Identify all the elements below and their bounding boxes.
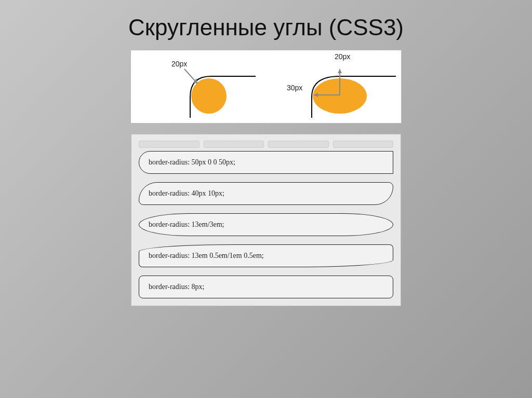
- radius-circle-left: [191, 78, 227, 114]
- page-title: Скругленные углы (CSS3): [128, 15, 404, 40]
- diagram-label-left-20px: 20px: [171, 60, 187, 68]
- tab-placeholder: [333, 141, 394, 148]
- example-box-8px: border-radius: 8px;: [139, 276, 393, 298]
- tab-placeholder: [204, 141, 264, 148]
- tab-placeholder: [268, 141, 329, 148]
- tab-placeholder: [139, 141, 200, 148]
- vline-arrow-up: [338, 69, 342, 73]
- example-box-13em-3em: border-radius: 13em/3em;: [139, 213, 393, 236]
- examples-panel: border-radius: 50px 0 0 50px; border-rad…: [131, 134, 401, 306]
- example-box-13em-05em-1em-05em: border-radius: 13em 0.5em/1em 0.5em;: [139, 244, 393, 267]
- diagram-label-right-20px: 20px: [335, 52, 350, 61]
- example-box-40-10: border-radius: 40px 10px;: [139, 182, 393, 205]
- border-radius-diagram: 20px 20px 30px: [130, 50, 402, 123]
- example-box-50-0-0-50: border-radius: 50px 0 0 50px;: [139, 151, 393, 174]
- diagram-label-right-30px: 30px: [287, 84, 302, 92]
- tab-placeholder-row: [139, 141, 393, 147]
